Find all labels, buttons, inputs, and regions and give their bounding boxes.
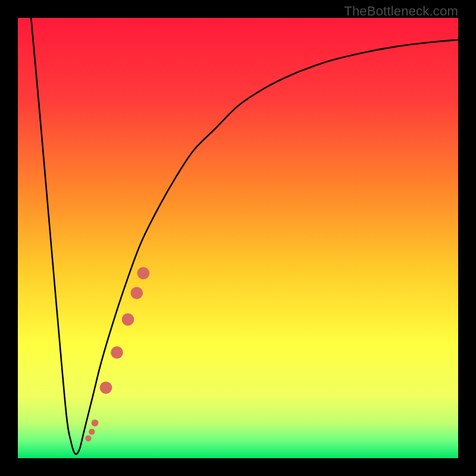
- highlight-dot: [122, 314, 134, 326]
- chart-frame: TheBottleneck.com: [0, 0, 476, 476]
- highlight-dot: [111, 346, 123, 359]
- highlight-dot: [130, 287, 143, 299]
- plot-area: [18, 18, 458, 458]
- bottleneck-curve: [18, 18, 458, 458]
- highlight-dot: [92, 419, 99, 427]
- highlight-dot: [100, 381, 112, 394]
- highlight-dot: [89, 428, 95, 434]
- highlight-dot: [85, 436, 91, 441]
- highlight-dot: [137, 267, 150, 280]
- watermark-text: TheBottleneck.com: [344, 4, 458, 19]
